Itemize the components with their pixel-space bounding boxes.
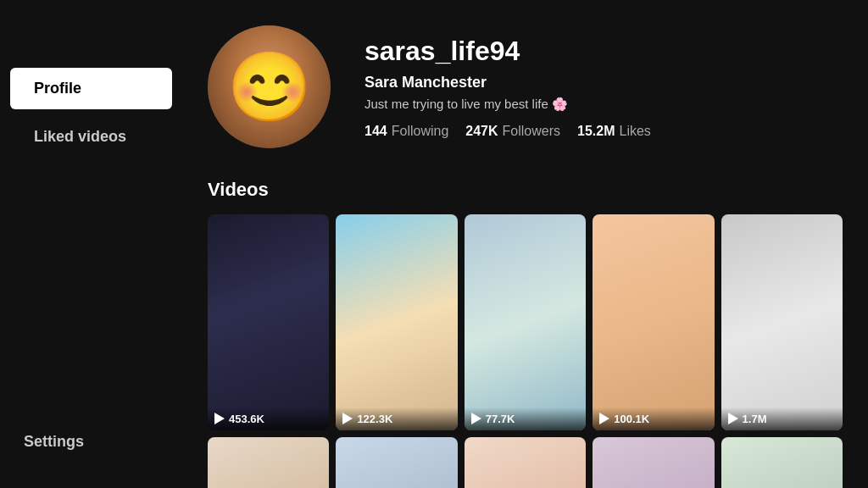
- sidebar-profile-label: Profile: [34, 80, 81, 97]
- play-icon: [342, 413, 353, 424]
- sidebar-item-settings[interactable]: Settings: [0, 421, 182, 463]
- play-icon: [214, 413, 225, 424]
- video-view-count: 1.7M: [743, 413, 767, 425]
- sidebar-item-liked-videos[interactable]: Liked videos: [10, 116, 172, 158]
- video-card[interactable]: 1.7M: [721, 214, 843, 430]
- likes-count: 15.2M: [577, 124, 615, 139]
- followers-label: Followers: [503, 124, 560, 139]
- video-card[interactable]: 33.9K: [593, 437, 714, 488]
- play-icon: [728, 413, 738, 424]
- following-count: 144: [364, 124, 387, 139]
- video-card[interactable]: 77.7K: [465, 214, 586, 430]
- likes-label: Likes: [619, 124, 650, 139]
- sidebar-liked-label: Liked videos: [34, 128, 126, 145]
- video-thumbnail: [465, 437, 586, 488]
- video-overlay: 77.7K: [465, 408, 586, 430]
- avatar: [208, 25, 331, 148]
- profile-realname: Sara Manchester: [364, 74, 843, 92]
- videos-section-title: Videos: [208, 179, 843, 201]
- play-icon: [471, 413, 481, 424]
- video-thumbnail: [208, 437, 329, 488]
- profile-stats: 144 Following 247K Followers 15.2M Likes: [364, 124, 843, 139]
- stat-followers: 247K Followers: [465, 124, 560, 139]
- video-thumbnail: [593, 437, 714, 488]
- profile-header: saras_life94 Sara Manchester Just me try…: [208, 25, 843, 148]
- sidebar: Profile Liked videos Settings: [0, 0, 182, 488]
- video-view-count: 122.3K: [357, 413, 392, 425]
- video-card[interactable]: 453.6K: [208, 214, 329, 430]
- video-card[interactable]: 67.5K: [721, 437, 843, 488]
- sidebar-settings-label: Settings: [24, 433, 84, 450]
- stat-likes: 15.2M Likes: [577, 124, 651, 139]
- video-overlay: 453.6K: [208, 408, 329, 430]
- video-view-count: 77.7K: [486, 413, 515, 425]
- video-overlay: 122.3K: [336, 408, 457, 430]
- play-icon: [599, 413, 609, 424]
- following-label: Following: [392, 124, 449, 139]
- profile-info: saras_life94 Sara Manchester Just me try…: [364, 36, 843, 139]
- stat-following: 144 Following: [364, 124, 448, 139]
- video-card[interactable]: 100.1K: [593, 214, 714, 430]
- video-thumbnail: [721, 437, 843, 488]
- sidebar-item-profile[interactable]: Profile: [10, 68, 172, 109]
- video-overlay: 100.1K: [593, 408, 714, 430]
- video-card[interactable]: 88.2K: [208, 437, 329, 488]
- video-thumbnail: [721, 214, 843, 430]
- video-card[interactable]: 54.3K: [336, 437, 457, 488]
- videos-section: Videos 453.6K122.3K77.7K100.1K1.7M88.2K5…: [208, 179, 843, 488]
- video-thumbnail: [208, 214, 329, 430]
- followers-count: 247K: [465, 124, 498, 139]
- video-thumbnail: [336, 437, 457, 488]
- video-overlay: 1.7M: [721, 408, 843, 430]
- video-view-count: 100.1K: [614, 413, 649, 425]
- video-thumbnail: [593, 214, 714, 430]
- video-card[interactable]: 210K: [465, 437, 586, 488]
- avatar-image: [208, 25, 331, 148]
- profile-username: saras_life94: [364, 36, 843, 67]
- main-content: saras_life94 Sara Manchester Just me try…: [182, 0, 868, 488]
- sidebar-spacer: [0, 164, 182, 414]
- profile-bio: Just me trying to live my best life 🌸: [364, 97, 843, 112]
- video-grid: 453.6K122.3K77.7K100.1K1.7M88.2K54.3K210…: [208, 214, 843, 488]
- video-thumbnail: [465, 214, 586, 430]
- video-card[interactable]: 122.3K: [336, 214, 457, 430]
- video-view-count: 453.6K: [229, 413, 264, 425]
- video-thumbnail: [336, 214, 457, 430]
